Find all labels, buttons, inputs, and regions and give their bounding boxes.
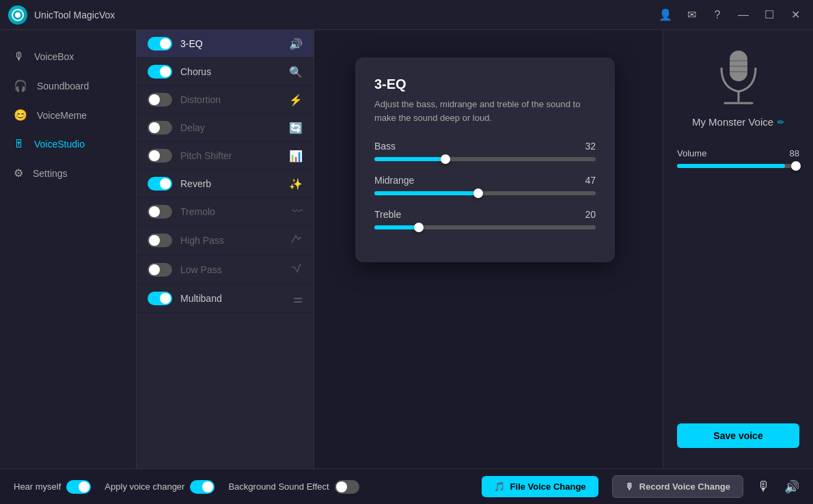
effect-icon-multiband: ⚌	[293, 292, 303, 305]
sidebar-label-soundboard: Soundboard	[37, 81, 89, 92]
bottom-mic-icon[interactable]: 🎙	[757, 479, 771, 494]
sidebar: 🎙 VoiceBox 🎧 Soundboard 😊 VoiceMeme 🎚 Vo…	[0, 30, 137, 468]
effect-name-reverb: Reverb	[180, 178, 284, 189]
titlebar: UnicTool MagicVox 👤 ✉ ? — ☐ ✕	[0, 0, 813, 30]
app-title: UnicTool MagicVox	[34, 10, 656, 20]
midrange-label: Midrange	[374, 175, 414, 186]
effect-name-distortion: Distortion	[180, 94, 284, 105]
sidebar-label-voicememe: VoiceMeme	[37, 110, 87, 121]
toggle-chorus[interactable]	[148, 65, 172, 79]
bg-sound-toggle[interactable]	[335, 480, 359, 494]
toggle-eq3[interactable]	[148, 37, 172, 51]
user-icon[interactable]: 👤	[656, 5, 675, 25]
effect-icon-chorus: 🔍	[289, 66, 303, 79]
effect-icon-pitch-shifter: 📊	[289, 150, 303, 163]
effects-panel: 3-EQ 🔊 Chorus 🔍 Distortion ⚡ Delay 🔄 Pit…	[137, 30, 314, 468]
edit-voice-name-icon[interactable]: ✏	[777, 117, 784, 127]
sidebar-item-voicebox[interactable]: 🎙 VoiceBox	[0, 44, 136, 70]
effect-row-pitch-shifter[interactable]: Pitch Shifter 📊	[137, 142, 314, 170]
effect-icon-distortion: ⚡	[289, 94, 303, 107]
volume-label: Volume	[677, 148, 706, 158]
effect-icon-high-pass	[290, 233, 303, 248]
effect-name-pitch-shifter: Pitch Shifter	[180, 150, 284, 161]
treble-value: 20	[585, 209, 596, 220]
toggle-low-pass[interactable]	[148, 263, 172, 277]
hear-myself-item: Hear myself	[14, 480, 91, 494]
effect-row-eq3[interactable]: 3-EQ 🔊	[137, 30, 314, 58]
file-voice-change-button[interactable]: 🎵 File Voice Change	[482, 476, 598, 497]
voice-name: My Monster Voice ✏	[692, 116, 784, 128]
toggle-tremolo[interactable]	[148, 205, 172, 219]
sidebar-label-settings: Settings	[33, 168, 68, 179]
hear-myself-toggle[interactable]	[66, 480, 91, 494]
midrange-slider[interactable]	[374, 191, 596, 195]
toggle-multiband[interactable]	[148, 292, 172, 305]
toggle-pitch-shifter[interactable]	[148, 149, 172, 163]
toggle-reverb[interactable]	[148, 177, 172, 191]
voicememe-icon: 😊	[14, 109, 27, 122]
record-btn-icon: 🎙	[625, 481, 634, 492]
effect-row-multiband[interactable]: Multiband ⚌	[137, 285, 314, 313]
effect-icon-eq3: 🔊	[289, 38, 303, 51]
toggle-delay[interactable]	[148, 121, 172, 135]
close-button[interactable]: ✕	[786, 5, 805, 25]
mail-icon[interactable]: ✉	[682, 5, 701, 25]
eq-popup: 3-EQ Adjust the bass, midrange and trebl…	[355, 57, 615, 262]
soundboard-icon: 🎧	[14, 79, 27, 92]
sidebar-label-voicebox: VoiceBox	[34, 51, 74, 62]
volume-section: Volume 88	[677, 148, 799, 168]
sidebar-item-voicestudio[interactable]: 🎚 VoiceStudio	[0, 131, 136, 157]
sidebar-item-settings[interactable]: ⚙ Settings	[0, 160, 136, 186]
effect-name-multiband: Multiband	[180, 293, 288, 304]
treble-label: Treble	[374, 209, 401, 220]
volume-slider[interactable]	[677, 164, 799, 168]
window-controls: 👤 ✉ ? — ☐ ✕	[656, 5, 805, 25]
toggle-distortion[interactable]	[148, 93, 172, 107]
effect-name-low-pass: Low Pass	[180, 264, 285, 275]
file-btn-label: File Voice Change	[510, 481, 586, 492]
mic-icon-large	[711, 51, 766, 105]
effect-icon-tremolo: 〰	[292, 206, 303, 218]
eq-bass-control: Bass 32	[374, 141, 596, 161]
maximize-button[interactable]: ☐	[760, 5, 779, 25]
effect-name-eq3: 3-EQ	[180, 38, 284, 49]
help-icon[interactable]: ?	[708, 5, 727, 25]
toggle-high-pass[interactable]	[148, 234, 172, 247]
sidebar-item-soundboard[interactable]: 🎧 Soundboard	[0, 72, 136, 99]
bass-slider[interactable]	[374, 157, 596, 161]
apply-changer-toggle[interactable]	[190, 480, 215, 494]
effect-name-chorus: Chorus	[180, 66, 284, 77]
effect-name-high-pass: High Pass	[180, 235, 285, 246]
record-voice-change-button[interactable]: 🎙 Record Voice Change	[612, 475, 743, 498]
sidebar-item-voicememe[interactable]: 😊 VoiceMeme	[0, 102, 136, 128]
bottom-volume-icon[interactable]: 🔊	[784, 479, 799, 494]
main-content: 3-EQ Adjust the bass, midrange and trebl…	[314, 30, 663, 468]
effect-icon-low-pass	[290, 262, 303, 277]
save-voice-button[interactable]: Save voice	[677, 423, 799, 448]
eq-midrange-control: Midrange 47	[374, 175, 596, 195]
eq-treble-control: Treble 20	[374, 209, 596, 229]
bg-sound-item: Background Sound Effect	[228, 480, 359, 494]
effect-name-delay: Delay	[180, 122, 284, 133]
effect-row-chorus[interactable]: Chorus 🔍	[137, 58, 314, 86]
effect-row-reverb[interactable]: Reverb ✨	[137, 170, 314, 198]
effect-row-tremolo[interactable]: Tremolo 〰	[137, 198, 314, 226]
effect-row-high-pass[interactable]: High Pass	[137, 226, 314, 255]
record-btn-label: Record Voice Change	[639, 481, 730, 492]
eq-title: 3-EQ	[374, 76, 596, 92]
voicebox-icon: 🎙	[14, 51, 25, 63]
effect-row-low-pass[interactable]: Low Pass	[137, 255, 314, 285]
effect-icon-reverb: ✨	[289, 178, 303, 191]
bass-label: Bass	[374, 141, 396, 152]
bottom-bar: Hear myself Apply voice changer Backgrou…	[0, 468, 813, 504]
bass-value: 32	[585, 141, 596, 152]
minimize-button[interactable]: —	[734, 5, 753, 25]
apply-changer-item: Apply voice changer	[105, 480, 215, 494]
effect-icon-delay: 🔄	[289, 122, 303, 135]
effect-row-delay[interactable]: Delay 🔄	[137, 114, 314, 142]
settings-icon: ⚙	[14, 167, 23, 180]
app-logo	[8, 5, 27, 25]
treble-slider[interactable]	[374, 225, 596, 229]
effect-row-distortion[interactable]: Distortion ⚡	[137, 86, 314, 114]
volume-value: 88	[790, 148, 799, 158]
